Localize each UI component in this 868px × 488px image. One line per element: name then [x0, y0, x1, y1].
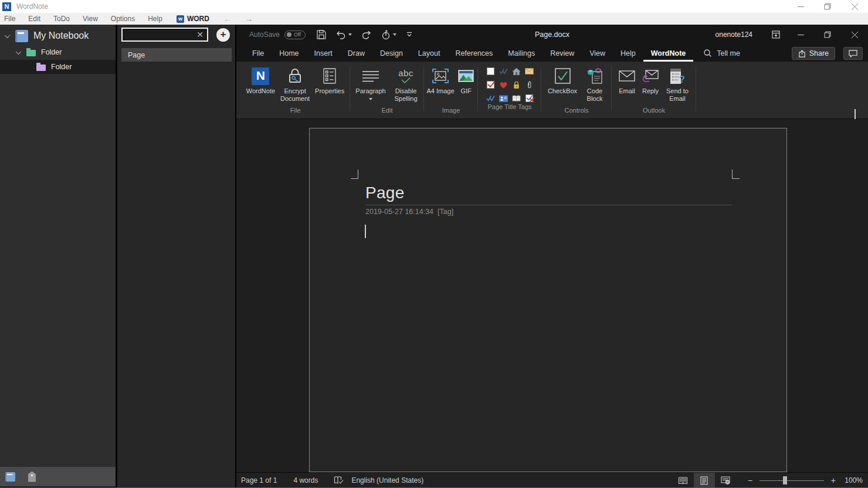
word-count[interactable]: 4 words — [293, 476, 318, 484]
properties-button[interactable]: Properties — [314, 64, 345, 95]
tag-checked-checkbox-icon[interactable] — [486, 80, 495, 89]
language-status[interactable]: English (United States) — [351, 476, 423, 484]
menu-file[interactable]: File — [0, 13, 22, 25]
menu-edit[interactable]: Edit — [22, 13, 47, 25]
undo-button[interactable] — [336, 30, 352, 39]
email-button[interactable]: Email — [615, 64, 639, 95]
tab-design[interactable]: Design — [372, 45, 411, 62]
menu-options[interactable]: Options — [104, 13, 141, 25]
tab-mailings[interactable]: Mailings — [500, 45, 542, 62]
zoom-slider-thumb[interactable] — [783, 476, 787, 484]
page-list-item[interactable]: Page — [121, 48, 232, 62]
tell-me-box[interactable]: Tell me — [704, 49, 740, 57]
tab-layout[interactable]: Layout — [411, 45, 448, 62]
proofing-status-icon[interactable] — [334, 476, 344, 484]
margin-marker-right — [732, 170, 740, 179]
touch-mode-dropdown-icon[interactable] — [393, 33, 396, 36]
tag-envelope-icon[interactable] — [525, 67, 534, 76]
notebook-icon[interactable] — [5, 472, 15, 482]
tab-wordnote[interactable]: WordNote — [643, 45, 694, 62]
web-layout-button[interactable] — [715, 473, 736, 488]
tag-blue-double-check-icon[interactable] — [486, 94, 495, 103]
a4-image-button[interactable]: A4 Image — [425, 64, 455, 95]
touch-mouse-mode-button[interactable] — [381, 30, 396, 40]
document-page[interactable]: Page 2019-05-27 16:14:34 [Tag] — [309, 128, 787, 472]
zoom-level[interactable]: 100% — [838, 476, 863, 484]
tag-book-icon[interactable] — [512, 94, 521, 103]
tree-item-folder[interactable]: Folder — [0, 45, 116, 59]
nav-back-icon[interactable]: ← — [223, 15, 231, 23]
tree-item-subfolder[interactable]: Folder — [0, 60, 116, 74]
undo-dropdown-icon[interactable] — [348, 33, 352, 36]
customize-quick-access-button[interactable] — [406, 32, 412, 38]
word-restore-button[interactable] — [814, 25, 841, 45]
comments-button[interactable] — [843, 47, 863, 60]
reply-button[interactable]: Reply — [639, 64, 662, 95]
word-minimize-button[interactable] — [787, 25, 814, 45]
tab-insert[interactable]: Insert — [307, 45, 340, 62]
app-minimize-button[interactable] — [787, 0, 814, 13]
tag-lock-icon[interactable] — [512, 80, 521, 89]
send-to-email-button[interactable]: ? Send to Email — [662, 64, 693, 102]
chevron-down-icon[interactable] — [16, 49, 22, 55]
tree-item-my-notebook[interactable]: My Notebook — [0, 26, 116, 45]
encrypt-document-button[interactable]: Encrypt Document — [276, 64, 314, 102]
word-close-button[interactable] — [841, 25, 868, 45]
tag-empty-checkbox-icon[interactable] — [486, 67, 495, 76]
paragraph-dropdown-icon[interactable] — [369, 98, 372, 100]
tab-home[interactable]: Home — [272, 45, 306, 62]
ribbon-display-options-button[interactable] — [772, 25, 780, 45]
collapse-ribbon-button[interactable] — [855, 110, 860, 114]
save-button[interactable] — [317, 30, 326, 39]
clear-search-icon[interactable]: ✕ — [193, 30, 207, 39]
checkbox-icon — [555, 68, 571, 84]
tab-view[interactable]: View — [582, 45, 613, 62]
read-mode-button[interactable] — [673, 473, 694, 488]
add-page-button[interactable]: + — [216, 28, 230, 42]
word-mode-tab[interactable]: w WORD — [177, 15, 209, 23]
page-indicator[interactable]: Page 1 of 1 — [241, 476, 277, 484]
zoom-in-button[interactable]: + — [829, 476, 838, 485]
tab-references[interactable]: References — [447, 45, 500, 62]
code-block-button[interactable]: Code Block — [581, 64, 609, 102]
page-meta-line[interactable]: 2019-05-27 16:14:34 [Tag] — [365, 208, 453, 216]
disable-spelling-button[interactable]: abc Disable Spelling — [389, 64, 422, 102]
tab-review[interactable]: Review — [542, 45, 582, 62]
print-layout-button[interactable] — [694, 473, 715, 488]
menu-todo[interactable]: ToDo — [47, 13, 76, 25]
abc-icon: abc — [398, 69, 413, 77]
share-button[interactable]: Share — [792, 47, 835, 60]
nav-forward-icon[interactable]: → — [245, 15, 253, 23]
menu-help[interactable]: Help — [141, 13, 169, 25]
tab-help[interactable]: Help — [613, 45, 643, 62]
page-title-text[interactable]: Page — [365, 184, 405, 202]
redo-button[interactable] — [362, 30, 371, 39]
ribbon-group-controls: CheckBox Code Block Controls — [541, 62, 612, 118]
check-icon — [401, 77, 411, 83]
app-restore-button[interactable] — [814, 0, 841, 13]
menu-view[interactable]: View — [76, 13, 104, 25]
app-close-button[interactable] — [841, 0, 868, 13]
tag-icon[interactable] — [28, 472, 36, 482]
account-name[interactable]: onenote124 — [716, 25, 752, 45]
tab-file[interactable]: File — [245, 45, 272, 62]
checkbox-button[interactable]: CheckBox — [544, 64, 581, 95]
tag-contact-card-icon[interactable] — [499, 94, 508, 103]
zoom-slider[interactable] — [760, 480, 824, 481]
gif-button[interactable]: GIF — [456, 64, 477, 95]
ribbon: N WordNote Encrypt Document Properties F… — [236, 62, 868, 119]
paragraph-button[interactable]: Paragraph — [352, 64, 389, 100]
tag-checkbox-x-icon[interactable] — [525, 94, 534, 103]
autosave-toggle[interactable]: Off — [284, 30, 306, 39]
chevron-down-icon[interactable] — [5, 32, 11, 38]
word-window: AutoSave Off — [236, 25, 868, 488]
page-search-input[interactable] — [123, 30, 193, 39]
tab-draw[interactable]: Draw — [340, 45, 372, 62]
wordnote-button[interactable]: N WordNote — [245, 64, 276, 95]
tag-paperclip-icon[interactable] — [525, 80, 534, 89]
tag-double-check-icon[interactable] — [499, 67, 508, 76]
tag-home-icon[interactable] — [512, 67, 521, 76]
tag-heart-icon[interactable] — [499, 80, 508, 89]
zoom-out-button[interactable]: − — [745, 476, 755, 485]
zoom-control: − + — [745, 476, 838, 485]
